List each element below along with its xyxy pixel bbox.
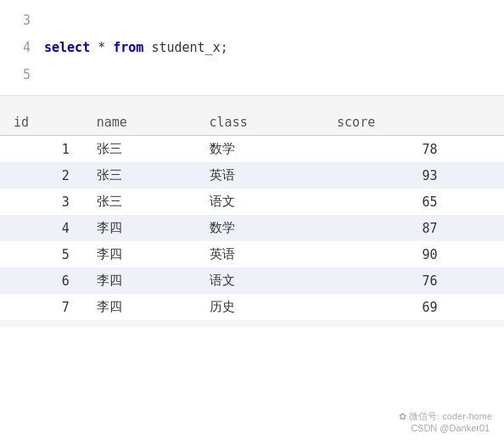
cell-score: 87 — [323, 215, 451, 241]
table-header-row: id name class score — [0, 110, 504, 136]
cell-class: 历史 — [196, 294, 324, 320]
table-row: 7李四历史69 — [0, 294, 504, 320]
table-row: 5李四英语90 — [0, 241, 504, 268]
line-number-4: 4 — [7, 40, 31, 55]
cell-id: 5 — [0, 241, 83, 268]
result-table: id name class score 1张三数学782张三英语933张三语文6… — [0, 110, 504, 320]
cell-id: 6 — [0, 268, 83, 294]
col-header-class: class — [196, 110, 324, 136]
watermark-icon: ✿ — [399, 411, 409, 421]
cell-extra — [451, 162, 504, 189]
cell-id: 1 — [0, 136, 83, 163]
col-header-id: id — [0, 110, 83, 136]
keyword-from: from — [113, 40, 143, 55]
code-content-4: select * from student_x; — [44, 40, 228, 55]
cell-extra — [451, 189, 504, 215]
code-line-5: 5 — [0, 61, 504, 88]
watermark-subtext: CSDN @Danker01 — [411, 423, 490, 433]
cell-extra — [451, 268, 504, 294]
code-area: 3 4 select * from student_x; 5 — [0, 0, 504, 96]
cell-name: 张三 — [83, 162, 196, 189]
cell-name: 李四 — [83, 294, 196, 320]
cell-extra — [451, 215, 504, 241]
watermark: ✿ 微信号: coder-home CSDN @Danker01 — [399, 410, 492, 433]
cell-id: 2 — [0, 162, 83, 189]
editor-section: 3 4 select * from student_x; 5 — [0, 0, 504, 96]
cell-class: 数学 — [196, 215, 324, 241]
line-number-5: 5 — [7, 67, 31, 82]
operator-star: * — [98, 40, 113, 55]
cell-id: 7 — [0, 294, 83, 320]
cell-name: 张三 — [83, 136, 196, 163]
table-row: 1张三数学78 — [0, 136, 504, 163]
cell-score: 78 — [323, 136, 451, 163]
cell-extra — [451, 136, 504, 163]
cell-score: 69 — [323, 294, 451, 320]
table-name: student_x; — [151, 40, 227, 55]
result-section: id name class score 1张三数学782张三英语933张三语文6… — [0, 96, 504, 327]
col-header-extra — [451, 110, 504, 136]
cell-score: 76 — [323, 268, 451, 294]
cell-class: 英语 — [196, 241, 324, 268]
table-row: 3张三语文65 — [0, 189, 504, 215]
cell-score: 90 — [323, 241, 451, 268]
watermark-text: 微信号: coder-home — [409, 411, 492, 421]
cell-name: 李四 — [83, 268, 196, 294]
cell-class: 语文 — [196, 268, 324, 294]
cell-score: 65 — [323, 189, 451, 215]
code-line-4[interactable]: 4 select * from student_x; — [0, 34, 504, 61]
table-row: 4李四数学87 — [0, 215, 504, 241]
col-header-score: score — [323, 110, 451, 136]
cell-name: 李四 — [83, 241, 196, 268]
col-header-name: name — [83, 110, 196, 136]
cell-class: 数学 — [196, 136, 324, 163]
table-row: 2张三英语93 — [0, 162, 504, 189]
cell-extra — [451, 241, 504, 268]
cell-class: 英语 — [196, 162, 324, 189]
table-row: 6李四语文76 — [0, 268, 504, 294]
code-line-3: 3 — [0, 7, 504, 34]
cell-id: 4 — [0, 215, 83, 241]
cell-score: 93 — [323, 162, 451, 189]
line-number-3: 3 — [7, 13, 31, 28]
cell-extra — [451, 294, 504, 320]
cell-name: 李四 — [83, 215, 196, 241]
keyword-select: select — [44, 40, 90, 55]
cell-class: 语文 — [196, 189, 324, 215]
cell-name: 张三 — [83, 189, 196, 215]
cell-id: 3 — [0, 189, 83, 215]
